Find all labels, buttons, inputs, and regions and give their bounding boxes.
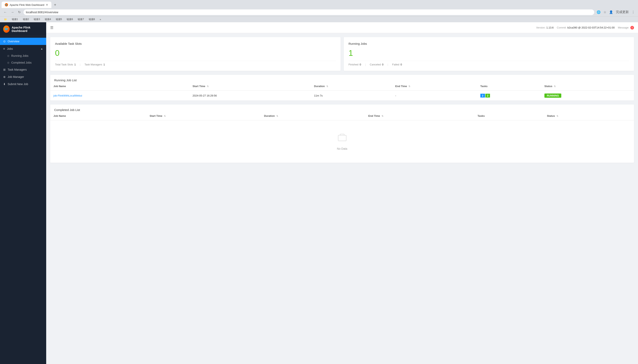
sidebar-item-label: Task Managers bbox=[8, 68, 27, 71]
sidebar-item-label: Overview bbox=[8, 40, 19, 43]
bookmark-item[interactable]: 链接1 bbox=[10, 17, 20, 22]
bookmark-item[interactable]: 链接6 bbox=[65, 17, 75, 22]
back-button[interactable]: ← bbox=[3, 10, 8, 15]
top-bar-left: ☰ bbox=[50, 26, 54, 30]
task-slots-value: 0 bbox=[55, 48, 336, 58]
tab-close-button[interactable]: ✕ bbox=[46, 3, 48, 6]
sidebar: 🐦 Apache Flink Dashboard ⊙ Overview ≡ Jo… bbox=[0, 22, 46, 364]
table-row: job-FlinkWithLocalWebui 2024-05-27 16:29… bbox=[50, 91, 634, 101]
sort-icon[interactable]: ⇅ bbox=[276, 115, 278, 117]
status-cell: RUNNING bbox=[541, 91, 634, 101]
address-bar[interactable] bbox=[24, 10, 594, 15]
completed-jobs-icon: ◎ bbox=[7, 61, 9, 64]
commit-label: Commit: bbox=[557, 26, 566, 29]
running-job-list-section: Running Job List Job Name Start Time ⇅ bbox=[50, 75, 634, 100]
col-duration: Duration ⇅ bbox=[311, 82, 392, 91]
bookmark-item[interactable]: 链接2 bbox=[21, 17, 31, 22]
no-data-container: No Data bbox=[54, 123, 631, 160]
col-job-name: Job Name bbox=[50, 82, 189, 91]
running-jobs-footer: Finished 0 | Canceled 0 | Failed 0 bbox=[349, 61, 629, 66]
tab-bar: 🐦 Apache Flink Web Dashboard ✕ + bbox=[0, 0, 638, 8]
sidebar-item-job-manager[interactable]: ⊕ Job Manager bbox=[0, 73, 46, 80]
task-managers-item: Task Managers 1 bbox=[85, 63, 105, 66]
sidebar-item-task-managers[interactable]: ⊞ Task Managers bbox=[0, 66, 46, 73]
sidebar-section-label: Jobs bbox=[7, 47, 13, 50]
job-name-link[interactable]: job-FlinkWithLocalWebui bbox=[54, 94, 82, 97]
failed-label: Failed bbox=[392, 63, 399, 66]
job-name-cell: job-FlinkWithLocalWebui bbox=[50, 91, 189, 101]
bookmark-item[interactable]: 链接7 bbox=[76, 17, 86, 22]
sidebar-item-submit-new-job[interactable]: ⬇ Submit New Job bbox=[0, 80, 46, 88]
start-time-cell: 2024-05-27 16:29:56 bbox=[189, 91, 311, 101]
sidebar-child-label: Running Jobs bbox=[11, 54, 29, 58]
bookmark-item[interactable]: » bbox=[98, 18, 103, 21]
hamburger-icon[interactable]: ☰ bbox=[50, 26, 54, 30]
sort-icon[interactable]: ⇅ bbox=[556, 115, 558, 117]
chevron-up-icon: ▲ bbox=[41, 47, 43, 50]
top-bar-right: Version: 1.13.6 Commit: b2ca390 @ 2022-0… bbox=[536, 26, 634, 30]
bookmarks-bar: 📁 链接1 链接2 链接3 链接4 链接5 链接6 链接7 链接8 » bbox=[0, 16, 638, 22]
sidebar-jobs-children: ◎ Running Jobs ◎ Completed Jobs bbox=[0, 52, 46, 66]
commit-value: b2ca390 @ 2022-02-03T14:54:22+01:00 bbox=[567, 26, 614, 29]
update-button[interactable]: 完成更新 bbox=[615, 9, 629, 15]
sort-icon[interactable]: ⇅ bbox=[207, 85, 209, 88]
completed-job-table-header: Job Name Start Time ⇅ Duration ⇅ bbox=[50, 112, 634, 120]
sidebar-item-completed-jobs[interactable]: ◎ Completed Jobs bbox=[0, 59, 46, 66]
profile-icon[interactable]: 👤 bbox=[608, 10, 614, 15]
running-job-list-title: Running Job List bbox=[50, 75, 634, 82]
status-badge: RUNNING bbox=[544, 94, 561, 98]
completed-job-table: Job Name Start Time ⇅ Duration ⇅ bbox=[50, 112, 634, 163]
sort-icon[interactable]: ⇅ bbox=[409, 85, 410, 88]
bookmark-item[interactable]: 链接5 bbox=[54, 17, 64, 22]
forward-button[interactable]: → bbox=[10, 10, 15, 15]
bookmark-item[interactable]: 📁 bbox=[3, 18, 9, 21]
sort-icon[interactable]: ⇅ bbox=[164, 115, 166, 117]
col-status: Status ⇅ bbox=[544, 112, 634, 120]
task-slots-footer: Total Task Slots 1 | Task Managers 1 bbox=[55, 61, 336, 66]
menu-icon[interactable]: ⋮ bbox=[631, 10, 635, 15]
sidebar-section-jobs[interactable]: ≡ Jobs ▲ bbox=[0, 45, 46, 52]
col-end-time: End Time ⇅ bbox=[392, 82, 477, 91]
sidebar-item-running-jobs[interactable]: ◎ Running Jobs bbox=[0, 52, 46, 59]
divider: | bbox=[365, 63, 366, 66]
running-job-table-wrapper: Job Name Start Time ⇅ Duration ⇅ bbox=[50, 82, 634, 100]
commit-info: Commit: b2ca390 @ 2022-02-03T14:54:22+01… bbox=[557, 26, 615, 29]
tasks-badges: 2 2 bbox=[480, 94, 538, 98]
task-managers-icon: ⊞ bbox=[3, 68, 6, 71]
active-tab[interactable]: 🐦 Apache Flink Web Dashboard ✕ bbox=[2, 2, 51, 8]
task-slots-card: Available Task Slots 0 Total Task Slots … bbox=[50, 37, 341, 71]
col-job-name: Job Name bbox=[50, 112, 146, 120]
bookmark-item[interactable]: 链接4 bbox=[43, 17, 53, 22]
task-green-count: 2 bbox=[485, 94, 490, 98]
total-task-slots-item: Total Task Slots 1 bbox=[55, 63, 76, 66]
reload-button[interactable]: ↻ bbox=[17, 10, 22, 15]
running-job-table: Job Name Start Time ⇅ Duration ⇅ bbox=[50, 82, 634, 100]
running-jobs-title: Running Jobs bbox=[349, 42, 629, 45]
tab-title: Apache Flink Web Dashboard bbox=[10, 4, 44, 6]
sidebar-item-overview[interactable]: ⊙ Overview bbox=[0, 38, 46, 45]
submit-icon: ⬇ bbox=[3, 82, 6, 86]
sort-icon[interactable]: ⇅ bbox=[326, 85, 328, 88]
sort-icon[interactable]: ⇅ bbox=[554, 85, 556, 88]
app: 🐦 Apache Flink Dashboard ⊙ Overview ≡ Jo… bbox=[0, 22, 638, 364]
new-tab-button[interactable]: + bbox=[51, 2, 59, 8]
sidebar-child-label: Completed Jobs bbox=[11, 61, 32, 64]
task-slots-title: Available Task Slots bbox=[55, 42, 336, 45]
logo-text: Apache Flink Dashboard bbox=[12, 26, 43, 32]
task-managers-value: 1 bbox=[103, 63, 105, 66]
canceled-label: Canceled bbox=[370, 63, 381, 66]
total-task-slots-label: Total Task Slots bbox=[55, 63, 73, 66]
completed-job-list-title: Completed Job List bbox=[50, 104, 634, 112]
sidebar-item-label: Job Manager bbox=[8, 75, 24, 78]
canceled-value: 0 bbox=[382, 63, 383, 66]
bookmark-item[interactable]: 链接3 bbox=[32, 17, 42, 22]
bookmark-icon[interactable]: ☆ bbox=[603, 10, 607, 15]
completed-job-table-body: No Data bbox=[50, 120, 634, 163]
col-status: Status ⇅ bbox=[541, 82, 634, 91]
job-manager-icon: ⊕ bbox=[3, 75, 6, 78]
sort-icon[interactable]: ⇅ bbox=[382, 115, 383, 117]
bookmark-item[interactable]: 链接8 bbox=[87, 17, 97, 22]
translate-icon[interactable]: 🌐 bbox=[596, 10, 601, 15]
browser-actions: 🌐 ☆ 👤 完成更新 ⋮ bbox=[596, 9, 635, 15]
page-content: Available Task Slots 0 Total Task Slots … bbox=[46, 33, 638, 364]
